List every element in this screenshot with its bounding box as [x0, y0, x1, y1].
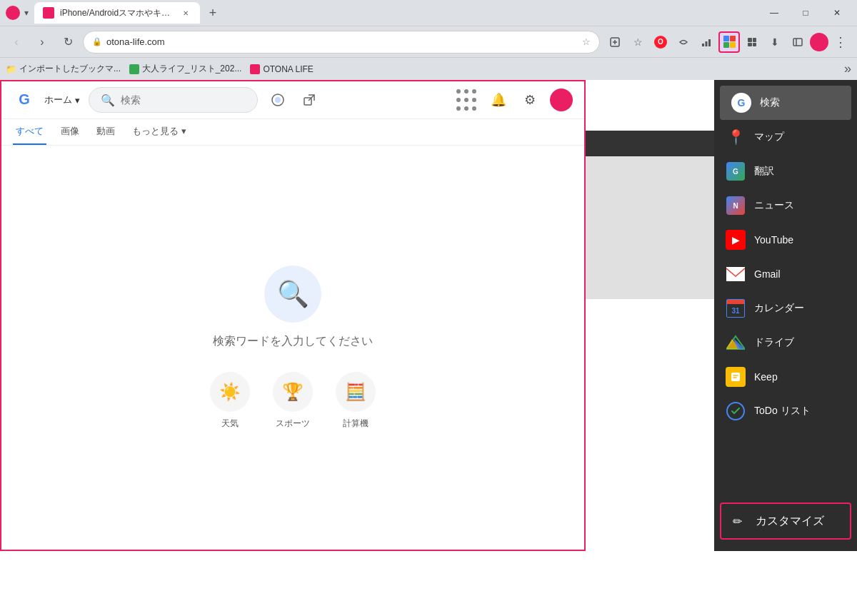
- google-search-icon: G: [731, 93, 751, 113]
- tab-images[interactable]: 画像: [58, 119, 82, 145]
- menu-spacer: [714, 428, 857, 497]
- app-label-calendar: カレンダー: [754, 302, 804, 315]
- bookmark-label: インポートしたブックマ...: [19, 63, 121, 75]
- bookmark-label: OTONA LIFE: [263, 64, 313, 74]
- stats-icon[interactable]: [696, 31, 717, 53]
- more-bookmarks-button[interactable]: »: [844, 61, 851, 76]
- minimize-button[interactable]: —: [760, 2, 788, 24]
- bookmarks-bar: 📁 インポートしたブックマ... 大人ライフ_リスト_202... OTONA …: [0, 57, 857, 80]
- google-top-bar: G G ホーム ▾ 🔍: [1, 81, 584, 119]
- download-icon[interactable]: ⬇: [764, 31, 786, 53]
- app-label-keep: Keep: [754, 371, 778, 383]
- maximize-button[interactable]: □: [791, 2, 820, 24]
- extensions-icon[interactable]: [741, 31, 763, 53]
- sidebar-icon[interactable]: [787, 31, 808, 53]
- profile-button[interactable]: [810, 33, 828, 51]
- customize-label: カスタマイズ: [756, 514, 824, 529]
- app-menu-search[interactable]: G 検索: [720, 86, 851, 120]
- lens-icon[interactable]: [266, 89, 289, 111]
- tab-title: iPhone/Androidスマホやキャッシャ...: [60, 7, 174, 19]
- bookmark-label: 大人ライフ_リスト_202...: [142, 63, 241, 75]
- settings-gear-icon[interactable]: ⚙: [518, 89, 541, 111]
- new-tab-button[interactable]: +: [203, 3, 223, 23]
- shortcut-sports[interactable]: 🏆 スポーツ: [273, 372, 313, 430]
- google-user-avatar[interactable]: [550, 89, 573, 111]
- dropdown-arrow[interactable]: ▾: [24, 8, 29, 18]
- notification-bell-icon[interactable]: 🔔: [487, 89, 510, 111]
- tab-close-button[interactable]: ✕: [180, 7, 191, 19]
- app-menu-drive[interactable]: ドライブ: [714, 325, 857, 360]
- google-logo: G G: [13, 89, 36, 111]
- bookmark-otona[interactable]: OTONA LIFE: [250, 64, 313, 74]
- content-area: iPhone/Androidスマホやキャッシュレス決済、SNS、アプリ oTON…: [0, 80, 857, 616]
- bookmark-list[interactable]: 大人ライフ_リスト_202...: [129, 63, 241, 75]
- more-menu-icon[interactable]: ⋮: [830, 31, 851, 53]
- nav-actions: ☆ O: [604, 31, 851, 53]
- app-menu-todo[interactable]: ToDo リスト: [714, 394, 857, 428]
- app-menu-news[interactable]: N ニュース: [714, 188, 857, 223]
- google-search-box[interactable]: 🔍: [89, 87, 258, 113]
- app-menu-gmail[interactable]: Gmail: [714, 257, 857, 291]
- customize-button[interactable]: ✏ カスタマイズ: [720, 503, 851, 540]
- address-bar[interactable]: 🔒 otona-life.com ☆: [83, 31, 600, 54]
- search-hint-text: 検索ワードを入力してください: [213, 334, 373, 349]
- drive-icon: [726, 333, 746, 353]
- browser-window: ▾ iPhone/Androidスマホやキャッシャ... ✕ + — □ ✕ ‹…: [0, 0, 857, 616]
- apps-menu: G 検索 📍 マップ G 翻訳 N ニュース: [714, 80, 857, 551]
- app-label-drive: ドライブ: [754, 336, 794, 349]
- search-icon: 🔍: [101, 94, 115, 107]
- svg-point-16: [275, 97, 281, 103]
- maps-icon: 📍: [726, 127, 746, 147]
- todo-icon: [726, 401, 746, 421]
- back-button[interactable]: ‹: [6, 31, 27, 53]
- svg-rect-4: [706, 41, 708, 46]
- forward-button[interactable]: ›: [31, 31, 53, 53]
- sports-label: スポーツ: [276, 418, 310, 430]
- close-button[interactable]: ✕: [823, 2, 851, 24]
- opera-icon[interactable]: O: [650, 31, 671, 53]
- active-tab[interactable]: iPhone/Androidスマホやキャッシャ... ✕: [34, 2, 200, 24]
- home-dropdown-arrow: ▾: [75, 95, 80, 106]
- keep-icon: [726, 367, 746, 387]
- app-label-gmail: Gmail: [754, 268, 781, 280]
- app-menu-keep[interactable]: Keep: [714, 360, 857, 394]
- google-search-overlay: G G ホーム ▾ 🔍: [0, 80, 586, 551]
- app-label-youtube: YouTube: [754, 234, 793, 246]
- app-menu-translate[interactable]: G 翻訳: [714, 154, 857, 188]
- refresh-button[interactable]: ↻: [57, 31, 79, 53]
- screen-capture-icon[interactable]: [604, 31, 626, 53]
- calculator-icon: 🧮: [336, 372, 376, 412]
- app-menu-youtube[interactable]: ▶ YouTube: [714, 223, 857, 257]
- search-input[interactable]: [121, 94, 246, 106]
- svg-rect-9: [753, 43, 756, 46]
- google-apps-grid-icon[interactable]: [456, 89, 478, 111]
- app-label-search: 検索: [760, 96, 780, 109]
- flow-icon[interactable]: [673, 31, 694, 53]
- big-search-icon: 🔍: [264, 266, 321, 323]
- translate-icon: G: [726, 161, 746, 181]
- weather-icon: ☀️: [210, 372, 250, 412]
- title-bar: ▾ iPhone/Androidスマホやキャッシャ... ✕ + — □ ✕: [0, 0, 857, 26]
- shortcut-weather[interactable]: ☀️ 天気: [210, 372, 250, 430]
- url-display: otona-life.com: [106, 36, 578, 47]
- svg-text:G: G: [19, 91, 30, 107]
- nav-bar: ‹ › ↻ 🔒 otona-life.com ☆ ☆ O: [0, 26, 857, 57]
- bookmark-star-icon[interactable]: ☆: [627, 31, 648, 53]
- tab-videos[interactable]: 動画: [94, 119, 118, 145]
- bookmark-imports[interactable]: 📁 インポートしたブックマ...: [6, 63, 121, 75]
- shortcut-calculator[interactable]: 🧮 計算機: [336, 372, 376, 430]
- home-label[interactable]: ホーム ▾: [44, 94, 80, 106]
- app-label-translate: 翻訳: [754, 165, 774, 178]
- tab-more[interactable]: もっと見る ▾: [129, 119, 189, 145]
- search-content: 🔍 検索ワードを入力してください ☀️ 天気 🏆 スポーツ 🧮 計算機: [1, 146, 584, 550]
- color-themes-icon[interactable]: [718, 31, 740, 53]
- tab-all[interactable]: すべて: [13, 119, 46, 145]
- app-menu-maps[interactable]: 📍 マップ: [714, 120, 857, 154]
- calendar-icon: 31: [726, 298, 746, 318]
- customize-pencil-icon: ✏: [727, 511, 747, 531]
- open-new-tab-icon[interactable]: [298, 89, 321, 111]
- address-star-icon[interactable]: ☆: [582, 36, 591, 47]
- app-label-maps: マップ: [754, 131, 784, 143]
- title-bar-left: ▾: [6, 6, 29, 20]
- app-menu-calendar[interactable]: 31 カレンダー: [714, 291, 857, 325]
